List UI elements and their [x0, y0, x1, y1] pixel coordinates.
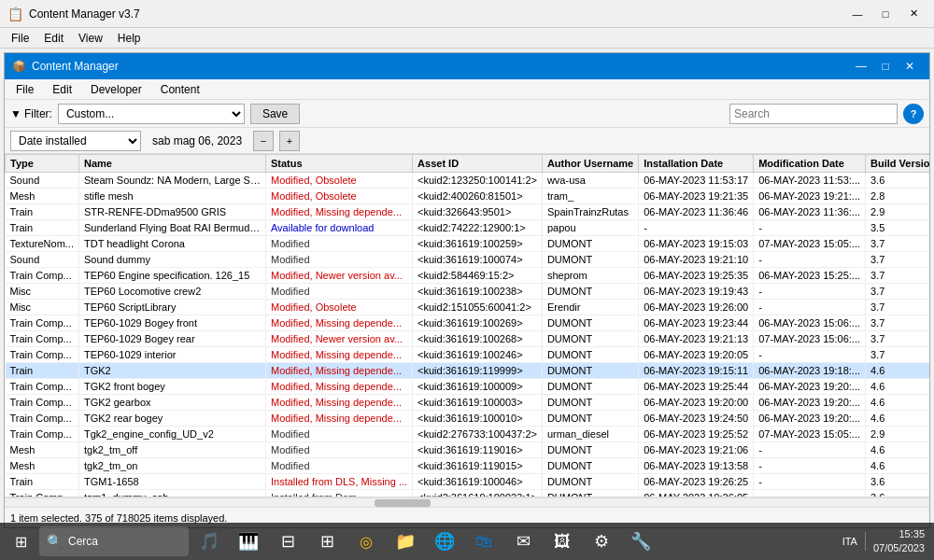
- table-row[interactable]: Train Comp...TGK2 front bogeyModified, M…: [6, 379, 930, 395]
- table-row[interactable]: Train Comp...TEP60-1029 interiorModified…: [6, 347, 930, 363]
- table-row[interactable]: SoundSound dummyModified<kuid:361619:100…: [6, 252, 930, 268]
- table-row[interactable]: TrainSTR-RENFE-DDma9500 GRISModified, Mi…: [6, 204, 930, 220]
- start-button[interactable]: ⊞: [4, 525, 37, 558]
- table-cell-0: Train Comp...: [6, 347, 79, 363]
- table-row[interactable]: TrainSunderland Flying Boat RAI Bermuda …: [6, 220, 930, 236]
- table-cell-0: Train Comp...: [6, 427, 79, 442]
- table-cell-7: 2.9: [866, 427, 930, 442]
- table-row[interactable]: Train Comp...TEP60-1029 Bogey rearModifi…: [6, 331, 930, 347]
- table-cell-2: Modified, Missing depende...: [265, 363, 412, 379]
- cm-minimize-button[interactable]: —: [849, 57, 873, 76]
- taskbar-folder-icon[interactable]: 📁: [387, 525, 424, 558]
- search-input[interactable]: [729, 104, 898, 124]
- table-container[interactable]: Type Name Status Asset ID Author Usernam…: [5, 154, 929, 497]
- taskbar-chrome-icon[interactable]: ◎: [347, 525, 385, 558]
- table-cell-7: 4.6: [866, 411, 930, 427]
- table-cell-5: 06-MAY-2023 19:21:10: [639, 252, 754, 268]
- taskbar-app2-icon[interactable]: ⊞: [308, 525, 346, 558]
- date-value: sab mag 06, 2023: [147, 134, 248, 147]
- taskbar-mail-icon[interactable]: ✉: [504, 525, 542, 558]
- filter-save-button[interactable]: Save: [250, 104, 300, 124]
- table-cell-2: Modified, Missing depende...: [265, 395, 412, 411]
- table-cell-4: tram_: [542, 189, 638, 204]
- table-row[interactable]: Meshtgk2_tm_onModified<kuid:361619:11901…: [6, 458, 930, 474]
- menu-file[interactable]: File: [4, 30, 36, 47]
- table-cell-6: -: [754, 284, 866, 300]
- col-status[interactable]: Status: [265, 155, 412, 173]
- table-row[interactable]: MiscTEP60 Locomotive crew2Modified<kuid:…: [6, 284, 930, 300]
- taskbar-app4-icon[interactable]: 🔧: [622, 525, 659, 558]
- cm-menu-content[interactable]: Content: [153, 81, 207, 98]
- table-row[interactable]: TrainTGM1-1658Installed from DLS, Missin…: [6, 474, 930, 490]
- taskbar-app3-icon[interactable]: ⚙: [583, 525, 620, 558]
- filter-dropdown[interactable]: Custom...: [58, 104, 245, 124]
- taskbar-app1-icon[interactable]: ⊟: [269, 525, 306, 558]
- table-cell-1: TGM1-1658: [78, 474, 265, 490]
- table-row[interactable]: TextureNom...TDT headlight CoronaModifie…: [6, 236, 930, 252]
- taskbar-search[interactable]: 🔍 Cerca: [39, 526, 189, 556]
- table-row[interactable]: Train Comp...TGK2 rear bogeyModified, Mi…: [6, 411, 930, 427]
- col-type[interactable]: Type: [6, 155, 79, 173]
- cm-menu-edit[interactable]: Edit: [45, 81, 79, 98]
- taskbar-music-icon[interactable]: 🎵: [191, 525, 228, 558]
- cm-maximize-button[interactable]: □: [873, 57, 898, 76]
- table-cell-1: stifle mesh: [78, 189, 265, 204]
- date-next-button[interactable]: +: [279, 131, 300, 151]
- table-cell-4: Erendir: [542, 300, 638, 315]
- table-row[interactable]: Meshtgk2_tm_offModified<kuid:361619:1190…: [6, 442, 930, 458]
- col-build[interactable]: Build Version: [866, 155, 930, 173]
- table-cell-7: 3.7: [866, 268, 930, 284]
- table-cell-1: tgk2_tm_on: [78, 458, 265, 474]
- menu-help[interactable]: Help: [110, 30, 149, 47]
- col-asset-id[interactable]: Asset ID: [413, 155, 543, 173]
- table-cell-0: Train Comp...: [6, 268, 79, 284]
- table-cell-4: DUMONT: [542, 411, 638, 427]
- taskbar-photos-icon[interactable]: 🖼: [544, 525, 581, 558]
- table-cell-7: 2.8: [866, 189, 930, 204]
- outer-maximize-button[interactable]: □: [872, 5, 899, 23]
- table-cell-0: Train Comp...: [6, 490, 79, 498]
- outer-minimize-button[interactable]: —: [844, 5, 870, 23]
- table-row[interactable]: Train Comp...TEP60 Engine specification.…: [6, 268, 930, 284]
- table-row[interactable]: TrainTGK2Modified, Missing depende...<ku…: [6, 363, 930, 379]
- col-name[interactable]: Name: [78, 155, 265, 173]
- taskbar-piano-icon[interactable]: 🎹: [230, 525, 267, 558]
- cm-menu-developer[interactable]: Developer: [83, 81, 149, 98]
- table-cell-5: 06-MAY-2023 19:21:35: [639, 189, 754, 204]
- table-row[interactable]: Train Comp...tgm1_dummy_cabInstalled fro…: [6, 490, 930, 498]
- date-filter-dropdown[interactable]: Date installed: [10, 131, 141, 151]
- cm-close-button[interactable]: ✕: [898, 57, 922, 76]
- table-cell-5: 06-MAY-2023 19:23:44: [639, 315, 754, 331]
- table-body: SoundSteam Soundz: NA Modern, Large Stea…: [6, 173, 930, 498]
- col-install-date[interactable]: Installation Date: [639, 155, 754, 173]
- taskbar-edge-icon[interactable]: 🌐: [426, 525, 463, 558]
- help-button[interactable]: ?: [903, 104, 924, 124]
- table-cell-2: Modified, Newer version av...: [265, 268, 412, 284]
- table-cell-6: -: [754, 347, 866, 363]
- col-mod-date[interactable]: Modification Date: [754, 155, 866, 173]
- table-cell-6: 06-MAY-2023 19:20:...: [754, 395, 866, 411]
- table-cell-7: 4.6: [866, 442, 930, 458]
- table-row[interactable]: Train Comp...Tgk2_engine_config_UD_v2Mod…: [6, 427, 930, 442]
- table-row[interactable]: Meshstifle meshModified, Obsolete<kuid2:…: [6, 189, 930, 204]
- table-cell-1: TGK2 front bogey: [78, 379, 265, 395]
- menu-edit[interactable]: Edit: [36, 30, 71, 47]
- taskbar-store-icon[interactable]: 🛍: [465, 525, 502, 558]
- table-row[interactable]: SoundSteam Soundz: NA Modern, Large Stea…: [6, 173, 930, 189]
- scrollbar-thumb[interactable]: [375, 499, 431, 507]
- table-cell-7: 4.6: [866, 379, 930, 395]
- table-cell-0: Mesh: [6, 442, 79, 458]
- table-row[interactable]: Train Comp...TGK2 gearboxModified, Missi…: [6, 395, 930, 411]
- table-row[interactable]: Train Comp...TEP60-1029 Bogey frontModif…: [6, 315, 930, 331]
- cm-menu-file[interactable]: File: [8, 81, 41, 98]
- col-author[interactable]: Author Username: [542, 155, 638, 173]
- table-cell-5: 06-MAY-2023 19:24:50: [639, 411, 754, 427]
- table-cell-1: TGK2: [78, 363, 265, 379]
- table-cell-7: 3.7: [866, 284, 930, 300]
- horizontal-scrollbar[interactable]: [5, 497, 929, 507]
- date-prev-button[interactable]: −: [253, 131, 274, 151]
- search-icon: 🔍: [47, 534, 63, 549]
- menu-view[interactable]: View: [71, 30, 110, 47]
- outer-close-button[interactable]: ✕: [900, 5, 927, 23]
- table-row[interactable]: MiscTEP60 ScriptLibraryModified, Obsolet…: [6, 300, 930, 315]
